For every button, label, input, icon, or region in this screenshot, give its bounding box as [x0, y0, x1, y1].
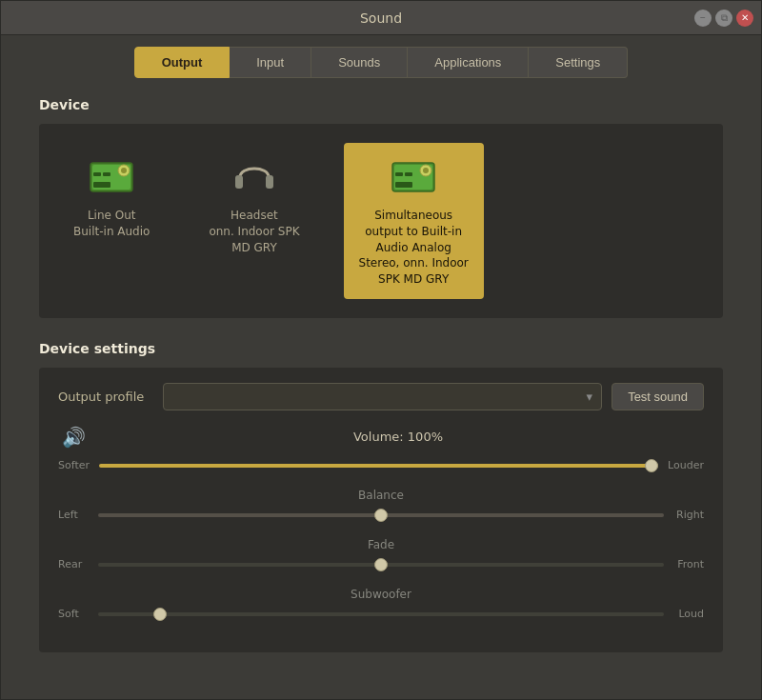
- audio-card-icon-2: [391, 154, 436, 200]
- subwoofer-slider[interactable]: [98, 612, 664, 616]
- minimize-button[interactable]: −: [694, 10, 712, 27]
- front-label: Front: [673, 558, 704, 570]
- volume-slider[interactable]: [99, 464, 658, 468]
- loud-label: Loud: [673, 608, 704, 620]
- svg-rect-6: [103, 172, 110, 176]
- fade-label: Fade: [58, 538, 704, 551]
- svg-rect-13: [395, 182, 412, 188]
- profile-row: Output profile Test sound: [58, 383, 704, 410]
- svg-rect-7: [235, 175, 243, 189]
- tab-settings[interactable]: Settings: [529, 47, 628, 78]
- output-profile-label: Output profile: [58, 390, 153, 404]
- volume-slider-wrapper: [99, 456, 658, 475]
- volume-row: 🔊 Volume: 100%: [58, 426, 704, 449]
- device-line-out[interactable]: Line OutBuilt-in Audio: [58, 143, 165, 251]
- tab-applications[interactable]: Applications: [408, 47, 529, 78]
- output-profile-select[interactable]: [163, 383, 602, 410]
- device-area: Line OutBuilt-in Audio Headsetonn. Indoo…: [39, 124, 723, 318]
- close-button[interactable]: ✕: [736, 10, 753, 27]
- main-window: Sound − ⧉ ✕ Output Input Sounds Applicat…: [0, 0, 762, 700]
- restore-button[interactable]: ⧉: [715, 10, 732, 27]
- louder-label: Louder: [668, 459, 704, 471]
- headset-icon: [231, 154, 277, 200]
- volume-label: Volume: 100%: [96, 430, 700, 444]
- subwoofer-slider-row: Soft Loud: [58, 605, 704, 624]
- fade-slider[interactable]: [98, 563, 664, 567]
- tab-output[interactable]: Output: [134, 47, 231, 78]
- svg-rect-4: [93, 182, 110, 188]
- window-controls: − ⧉ ✕: [694, 10, 753, 27]
- svg-rect-8: [266, 175, 273, 189]
- svg-point-3: [121, 168, 127, 173]
- tabbar: Output Input Sounds Applications Setting…: [1, 35, 761, 78]
- device-settings-title: Device settings: [39, 341, 723, 356]
- svg-point-12: [423, 168, 429, 173]
- subwoofer-slider-wrapper: [98, 605, 664, 624]
- rear-label: Rear: [58, 558, 89, 570]
- device-section-title: Device: [39, 97, 723, 112]
- profile-select-wrapper[interactable]: [163, 383, 602, 410]
- window-title: Sound: [360, 10, 402, 26]
- volume-icon: 🔊: [62, 426, 85, 449]
- subwoofer-slider-section: Subwoofer Soft Loud: [58, 588, 704, 624]
- fade-slider-wrapper: [98, 555, 664, 574]
- svg-rect-15: [405, 172, 412, 176]
- device-simultaneous-name: Simultaneousoutput to Built-inAudio Anal…: [359, 208, 469, 288]
- tab-input[interactable]: Input: [230, 47, 311, 78]
- volume-slider-row: Softer Louder: [58, 456, 704, 475]
- fade-slider-section: Fade Rear Front: [58, 538, 704, 574]
- svg-rect-14: [395, 172, 403, 176]
- balance-slider[interactable]: [98, 513, 664, 517]
- titlebar: Sound − ⧉ ✕: [1, 1, 761, 35]
- device-simultaneous[interactable]: Simultaneousoutput to Built-inAudio Anal…: [344, 143, 484, 299]
- left-label: Left: [58, 509, 89, 521]
- soft-label: Soft: [58, 608, 89, 620]
- settings-area: Output profile Test sound 🔊 Volume: 100%…: [39, 368, 723, 652]
- test-sound-button[interactable]: Test sound: [612, 383, 704, 410]
- balance-label: Balance: [58, 489, 704, 502]
- balance-slider-section: Balance Left Right: [58, 489, 704, 525]
- fade-slider-row: Rear Front: [58, 555, 704, 574]
- softer-label: Softer: [58, 459, 90, 471]
- right-label: Right: [673, 509, 704, 521]
- svg-rect-5: [93, 172, 101, 176]
- tab-sounds[interactable]: Sounds: [311, 47, 408, 78]
- balance-slider-row: Left Right: [58, 506, 704, 525]
- main-content: Device Line OutBuilt-in Audio: [1, 78, 761, 699]
- balance-slider-wrapper: [98, 506, 664, 525]
- subwoofer-label: Subwoofer: [58, 588, 704, 601]
- device-headset-name: Headsetonn. Indoor SPKMD GRY: [209, 208, 299, 255]
- device-headset[interactable]: Headsetonn. Indoor SPKMD GRY: [193, 143, 314, 267]
- device-line-out-name: Line OutBuilt-in Audio: [73, 208, 150, 240]
- audio-card-icon-1: [89, 154, 134, 200]
- volume-slider-section: Softer Louder: [58, 456, 704, 475]
